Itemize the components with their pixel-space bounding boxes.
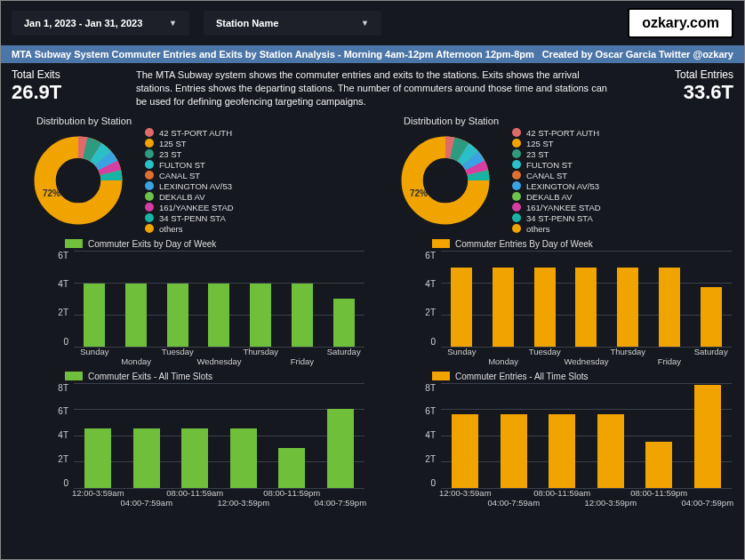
axis-tick: 2T <box>425 454 436 464</box>
chevron-down-icon: ▼ <box>169 19 177 28</box>
chart-title: Distribution by Station <box>36 116 366 126</box>
axis-tick: 08:00-11:59pm <box>263 488 320 498</box>
axis-tick: 2T <box>425 308 436 317</box>
legend-label: LEXINGTON AV/53 <box>526 181 599 191</box>
legend-label: Commuter Exits - All Time Slots <box>88 372 212 381</box>
bar <box>659 268 680 346</box>
kpi-value: 33.6T <box>627 81 733 104</box>
legend-swatch-icon <box>145 213 154 222</box>
legend-label: LEXINGTON AV/53 <box>159 181 232 191</box>
legend-label: 125 ST <box>159 139 187 148</box>
legend-label: DEKALB AV <box>526 192 573 202</box>
legend-item: FULTON ST <box>512 160 601 170</box>
chart-entries-dow: Commuter Entries By Day of Week 6T4T2T0S… <box>379 239 733 366</box>
chart-legend: Commuter Exits - All Time Slots <box>65 372 366 381</box>
bar <box>84 428 111 487</box>
axis-tick: 8T <box>58 383 68 393</box>
legend-swatch-icon <box>512 171 521 180</box>
axis-tick: Wednesday <box>197 356 242 366</box>
chart-title: Distribution by Station <box>404 116 733 126</box>
axis-tick: 12:00-3:59pm <box>584 498 637 508</box>
donut-row: Distribution by Station <box>12 114 733 234</box>
chart-legend: Commuter Entries By Day of Week <box>432 239 733 249</box>
page-credit: Created by Oscar Garcia Twitter @ozkary <box>542 49 733 60</box>
legend-item: DEKALB AV <box>145 192 234 202</box>
legend-label: Commuter Exits by Day of Week <box>88 239 216 249</box>
bar <box>451 268 472 346</box>
legend-swatch-icon <box>145 171 154 180</box>
legend-label: Commuter Entries By Day of Week <box>455 239 593 249</box>
legend-item: 42 ST-PORT AUTH <box>512 128 601 138</box>
legend-swatch-icon <box>432 239 450 248</box>
brand-badge: ozkary.com <box>628 8 733 38</box>
legend-swatch-icon <box>512 139 521 148</box>
axis-tick: 2T <box>58 308 68 317</box>
axis-tick: 6T <box>58 251 68 260</box>
bar <box>230 428 257 487</box>
legend-label: CANAL ST <box>526 171 567 180</box>
bar <box>125 284 147 346</box>
donut-percent: 72% <box>410 188 428 198</box>
legend-item: 34 ST-PENN STA <box>512 213 601 223</box>
legend-label: 42 ST-PORT AUTH <box>159 128 232 138</box>
kpi-total-entries: Total Entries 33.6T <box>627 68 733 108</box>
bar <box>617 268 638 346</box>
legend-swatch-icon <box>145 139 154 148</box>
date-range-dropdown[interactable]: Jan 1, 2023 - Jan 31, 2023 ▼ <box>12 11 189 36</box>
axis-tick: Wednesday <box>565 356 609 366</box>
legend-swatch-icon <box>145 181 154 190</box>
axis-tick: 0 <box>63 478 68 488</box>
bar <box>549 414 575 488</box>
axis-tick: Tuesday <box>162 347 194 356</box>
donut-wrap: 72% 42 ST-PORT AUTH125 ST23 STFULTON STC… <box>12 128 366 234</box>
axis-tick: Sunday <box>447 347 476 356</box>
axis-tick: Monday <box>121 356 151 366</box>
legend-swatch-icon <box>145 149 154 158</box>
legend-item: FULTON ST <box>145 160 234 170</box>
bar <box>250 284 271 346</box>
legend-label: 42 ST-PORT AUTH <box>526 128 599 138</box>
axis-tick: 04:00-7:59am <box>487 498 540 508</box>
date-range-value: Jan 1, 2023 - Jan 31, 2023 <box>24 18 142 28</box>
axis-tick: 2T <box>58 454 68 464</box>
legend-swatch-icon <box>145 160 154 169</box>
axis-tick: Thursday <box>243 347 278 356</box>
bar <box>694 385 721 487</box>
slot-row: Commuter Exits - All Time Slots 8T6T4T2T… <box>12 372 733 508</box>
axis-tick: 6T <box>425 251 436 260</box>
axis-tick: 04:00-7:59am <box>120 498 172 508</box>
axis-tick: Saturday <box>327 347 361 356</box>
legend-swatch-icon <box>512 192 521 201</box>
axis-tick: 08:00-11:59pm <box>630 488 687 498</box>
legend-swatch-icon <box>512 224 521 233</box>
legend-item: DEKALB AV <box>512 192 601 202</box>
legend-label: 34 ST-PENN STA <box>526 213 593 223</box>
legend-swatch-icon <box>512 203 521 212</box>
legend-label: DEKALB AV <box>159 192 205 202</box>
donut-exits: Distribution by Station <box>12 114 366 234</box>
bar <box>333 299 355 347</box>
bar <box>701 287 722 347</box>
axis-tick: 0 <box>430 478 436 488</box>
topbar: Jan 1, 2023 - Jan 31, 2023 ▼ Station Nam… <box>1 1 744 45</box>
legend-item: 125 ST <box>145 139 234 148</box>
legend-item: 23 ST <box>512 149 601 159</box>
legend-item: LEXINGTON AV/53 <box>145 181 234 191</box>
legend-label: FULTON ST <box>526 160 573 170</box>
legend-item: 42 ST-PORT AUTH <box>145 128 234 138</box>
donut-chart: 72% <box>12 132 145 229</box>
legend-item: 125 ST <box>512 139 601 148</box>
legend-label: 161/YANKEE STAD <box>159 203 234 212</box>
bar <box>575 268 597 346</box>
chart-legend: Commuter Exits by Day of Week <box>65 239 366 249</box>
station-dropdown[interactable]: Station Name ▼ <box>204 11 381 36</box>
bar <box>501 414 527 488</box>
page-title: MTA Subway System Commuter Entries and E… <box>12 49 534 60</box>
bar <box>645 442 672 488</box>
bar <box>452 414 478 488</box>
legend-swatch-icon <box>145 203 154 212</box>
legend-item: 161/YANKEE STAD <box>512 203 601 212</box>
donut-percent: 72% <box>43 188 60 198</box>
axis-tick: 4T <box>58 279 68 289</box>
bar <box>208 284 229 346</box>
